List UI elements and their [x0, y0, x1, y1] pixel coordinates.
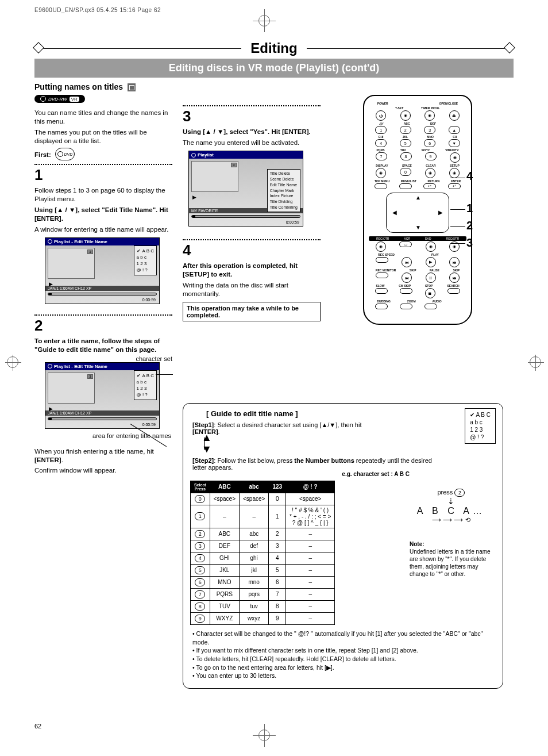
step-number-4: 4	[183, 241, 321, 259]
key-9: 9	[425, 152, 437, 160]
table-cell: mno	[240, 576, 269, 588]
key-8: 8	[400, 152, 412, 160]
guide-bullet: To delete letters, hit [CLEAR] repeatedl…	[192, 655, 496, 663]
table-cell: 7	[269, 588, 286, 600]
play-button: ▶	[426, 257, 436, 267]
keycap-9: 9	[195, 615, 205, 623]
table-cell: 3	[269, 540, 286, 552]
key-6: 6	[424, 139, 435, 147]
guide-box: [ Guide to edit title name ] A B C a b c…	[183, 403, 503, 689]
registration-mark-bottom	[253, 724, 276, 747]
guide-bullet: Character set will be changed to the " @…	[192, 630, 496, 646]
guide-example-caption: e.g. character set : A B C	[190, 471, 410, 477]
first-label: First: DVD	[34, 148, 172, 160]
table-cell: –	[286, 528, 335, 540]
step4-text: Writing the data on the disc will start …	[183, 281, 321, 298]
table-cell: <space>	[286, 493, 335, 505]
keycap-5: 5	[195, 566, 205, 574]
guide-bullet: To go on to the next entering area for l…	[192, 663, 496, 672]
pointer-line	[156, 374, 173, 375]
table-cell: def	[240, 540, 269, 552]
guide-step2: [Step2]: Follow the list below, press th…	[192, 457, 434, 471]
table-cell: ABC	[210, 528, 239, 540]
guide-title: [ Guide to edit title name ]	[206, 409, 496, 418]
table-cell: 6	[269, 576, 286, 588]
table-cell: 9	[269, 612, 286, 624]
power-button: ⏻	[376, 110, 386, 121]
table-cell: JKL	[210, 564, 239, 576]
disc-icon	[40, 96, 46, 102]
table-cell: 8	[269, 600, 286, 612]
table-cell: DEF	[210, 540, 239, 552]
remote-ref-1: 1	[466, 202, 473, 215]
table-cell: PQRS	[210, 588, 239, 600]
guide-example: press 2 ⇣ A B C A… ⟶ ⟶ ⟶ ⟲	[417, 489, 485, 524]
table-cell: ! " # $ % & ' ( ) * + , - . / : ; < = > …	[286, 505, 335, 528]
note-box: This operation may take a while to be co…	[183, 302, 321, 321]
table-cell: jkl	[240, 564, 269, 576]
up-arrow-icon: ▲	[415, 194, 422, 201]
table-cell: –	[240, 505, 269, 528]
step2-text-2: Confirm window will appear.	[34, 466, 172, 475]
ch-down: ▼	[449, 139, 460, 147]
stop-button: ⏹	[425, 288, 435, 298]
key-3: 3	[424, 126, 435, 134]
pause-button: ⏸	[426, 273, 436, 283]
step3-text: The name you entered will be activated.	[183, 139, 321, 147]
table-cell: TUV	[210, 600, 239, 612]
section-icon	[128, 83, 136, 91]
guide-bullet: If you want to mix different character s…	[192, 646, 496, 655]
table-cell: 1	[269, 505, 286, 528]
osd-screenshot-1: Playlist - Edit Title Name 3 ▶ A B C a b…	[45, 237, 160, 304]
page-title: Editing	[241, 40, 306, 56]
keycap-8: 8	[195, 603, 205, 611]
ch-up: ▲	[449, 126, 460, 134]
registration-mark-top	[253, 9, 276, 32]
section-heading: Putting names on titles	[34, 82, 514, 91]
registration-mark-left	[7, 356, 18, 368]
page-number: 62	[34, 723, 41, 730]
keycap-0: 0	[195, 495, 205, 503]
key-1: 1	[375, 126, 387, 134]
table-cell: 4	[269, 552, 286, 564]
step1-text: Follow steps 1 to 3 on page 60 to displa…	[34, 186, 172, 204]
key-0: 0	[400, 168, 411, 176]
setup-button: ◉	[449, 168, 460, 178]
registration-mark-right	[530, 356, 541, 368]
charset-panel: A B C a b c 1 2 3 @ ! ?	[134, 245, 157, 276]
dvd-rw-badge: DVD-RW VR	[34, 95, 85, 103]
remote-ref-2: 2	[466, 219, 473, 232]
table-cell: 2	[269, 528, 286, 540]
key-7: 7	[376, 152, 387, 160]
step-number-3: 3	[183, 108, 321, 125]
enter-button: ↵	[448, 183, 461, 189]
guide-note: Note: Undefined letters in a title name …	[410, 540, 496, 578]
osd-screenshot-3: Playlist 3 ▶ Title DeleteScene Delete Ed…	[188, 151, 303, 227]
table-cell: 5	[269, 564, 286, 576]
character-table: SelectPress ABC abc 123 @ ! ? 0<space><s…	[190, 481, 335, 625]
key-5: 5	[400, 139, 411, 147]
down-arrow-icon: ▼	[415, 224, 422, 231]
step1-result: A window for entering a title name will …	[34, 225, 172, 234]
guide-bullets: Character set will be changed to the " @…	[192, 630, 496, 680]
key-2: 2	[400, 126, 411, 134]
pointer-label-area: area for entering title names	[34, 432, 171, 439]
title-ornament-right	[504, 42, 515, 53]
updown-arrow-icon: ▲│▼	[202, 435, 496, 452]
disc-icon	[191, 153, 196, 158]
keycap-2: 2	[195, 530, 205, 538]
table-cell: –	[286, 576, 335, 588]
step-number-2: 2	[34, 317, 172, 335]
remote-diagram: POWEROPEN/CLOSE T-SETTIMER PROG. ⏻◉◉⏏ .@…	[363, 95, 472, 325]
thumbnail: 3	[48, 373, 95, 404]
right-arrow-icon: ▶	[437, 209, 444, 216]
table-cell: ghi	[240, 552, 269, 564]
table-cell: 0	[269, 493, 286, 505]
print-header: E9600UD_EN/SP.qx3 05.4.25 15:16 Page 62	[34, 7, 161, 13]
table-cell: –	[210, 505, 239, 528]
table-cell: –	[286, 552, 335, 564]
guide-charset-box: A B C a b c 1 2 3 @ ! ?	[465, 408, 496, 444]
thumbnail: 3	[48, 248, 95, 279]
table-cell: MNO	[210, 576, 239, 588]
table-cell: <space>	[210, 493, 239, 505]
